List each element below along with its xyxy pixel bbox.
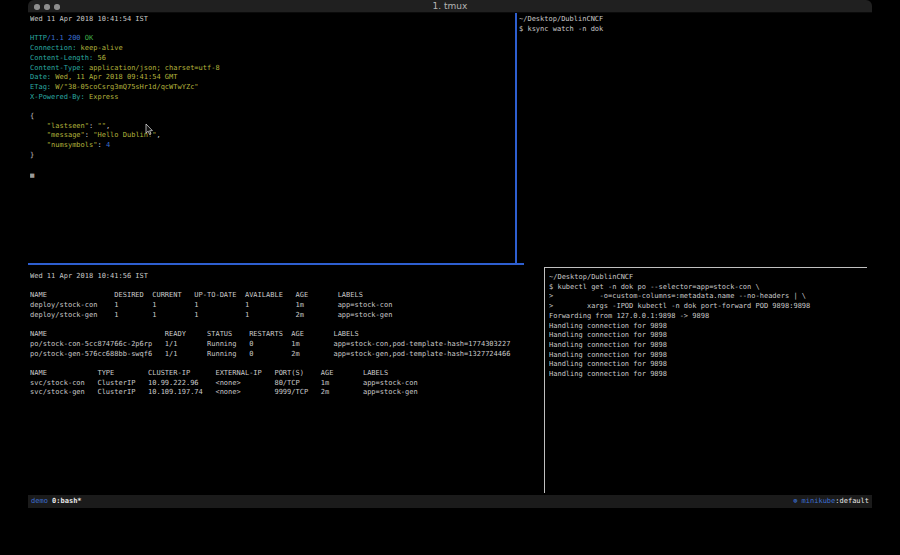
terminal-text-segment: Handling connection for 9898 <box>549 341 667 349</box>
terminal-text-segment: Wed, 11 Apr 2018 09:41:54 GMT <box>51 73 177 81</box>
terminal-text-segment: ~/Desktop/DublinCNCF <box>549 273 633 281</box>
terminal-text-segment: > -o=custom-columns=:metadata.name --no-… <box>549 292 806 300</box>
terminal-line: Content-Type: application/json; charset=… <box>30 64 515 74</box>
terminal-line: X-Powered-By: Express <box>30 93 515 103</box>
pane-divider-vertical-active[interactable] <box>515 13 517 264</box>
terminal-text-segment: NAME READY STATUS RESTARTS AGE LABELS <box>30 330 359 338</box>
terminal-line: NAME TYPE CLUSTER-IP EXTERNAL-IP PORT(S)… <box>30 369 545 379</box>
terminal-line: HTTP/1.1 200 OK <box>30 34 515 44</box>
terminal-text-segment: Express <box>85 93 119 101</box>
terminal-line: svc/stock-con ClusterIP 10.99.222.96 <no… <box>30 379 545 389</box>
terminal-text-segment: application/json; charset=utf-8 <box>85 64 220 72</box>
terminal-line: ~/Desktop/DublinCNCF <box>549 273 870 283</box>
terminal-window: 1. tmux Wed 11 Apr 2018 10:41:54 IST HTT… <box>28 0 872 509</box>
terminal-text-segment: po/stock-con-5cc874766c-2p6rp 1/1 Runnin… <box>30 340 510 348</box>
terminal-line: "lastseen": "", <box>30 122 515 132</box>
screen-background: 1. tmux Wed 11 Apr 2018 10:41:54 IST HTT… <box>0 0 900 555</box>
terminal-line: NAME DESIRED CURRENT UP-TO-DATE AVAILABL… <box>30 291 545 301</box>
terminal-text-segment: OK <box>85 34 93 42</box>
kube-context: minikube <box>797 497 835 505</box>
terminal-text-segment: ▄ <box>30 170 34 178</box>
terminal-text-segment: deploy/stock-gen 1 1 1 1 2m app=stock-ge… <box>30 311 392 319</box>
terminal-text-segment: po/stock-gen-576cc688bb-swqf6 1/1 Runnin… <box>30 350 510 358</box>
terminal-line: ETag: W/"38-05coCsrg3mQ75sHr1d/qcWTwYZc" <box>30 83 515 93</box>
pane-port-forward[interactable]: ~/Desktop/DublinCNCF$ kubectl get -n dok… <box>549 273 870 492</box>
terminal-line: "numsymbols": 4 <box>30 141 515 151</box>
terminal-text-segment: NAME TYPE CLUSTER-IP EXTERNAL-IP PORT(S)… <box>30 369 388 377</box>
terminal-text-segment: } <box>30 151 34 159</box>
terminal-line: $ kubectl get -n dok po --selector=app=s… <box>549 283 870 293</box>
session-name: demo <box>31 497 48 505</box>
terminal-text-segment: Date: <box>30 73 51 81</box>
status-left: demo 0:bash* <box>31 495 82 508</box>
terminal-text-segment: $ ksync watch -n dok <box>519 25 603 33</box>
terminal-line: ▄ <box>30 170 515 180</box>
pane-divider-horizontal[interactable] <box>545 267 867 268</box>
terminal-text-segment: Forwarding from 127.0.0.1:9898 -> 9898 <box>549 312 709 320</box>
terminal-text-segment: Handling connection for 9898 <box>549 370 667 378</box>
mouse-pointer-icon <box>145 124 153 136</box>
terminal-line: Wed 11 Apr 2018 10:41:56 IST <box>30 272 545 282</box>
terminal-line: Connection: keep-alive <box>30 44 515 54</box>
terminal-text-segment: NAME DESIRED CURRENT UP-TO-DATE AVAILABL… <box>30 291 363 299</box>
pane-http-response[interactable]: Wed 11 Apr 2018 10:41:54 IST HTTP/1.1 20… <box>30 15 515 262</box>
terminal-line: Forwarding from 127.0.0.1:9898 -> 9898 <box>549 312 870 322</box>
terminal-line: NAME READY STATUS RESTARTS AGE LABELS <box>30 330 545 340</box>
terminal-text-segment: Wed 11 Apr 2018 10:41:54 IST <box>30 15 148 23</box>
terminal-text-segment: : <box>85 131 93 139</box>
terminal-line: "message": "Hello Dublin!", <box>30 131 515 141</box>
terminal-text-segment: deploy/stock-con 1 1 1 1 1m app=stock-co… <box>30 301 392 309</box>
terminal-text-segment: svc/stock-con ClusterIP 10.99.222.96 <no… <box>30 379 418 387</box>
terminal-line <box>30 321 545 331</box>
pane-ksync[interactable]: ~/Desktop/DublinCNCF$ ksync watch -n dok <box>519 15 870 262</box>
terminal-text-segment: : <box>97 141 105 149</box>
terminal-line <box>30 102 515 112</box>
tmux-status-bar: demo 0:bash* ⊛ minikube:default <box>28 495 872 508</box>
pane-divider-vertical[interactable] <box>544 267 545 493</box>
terminal-line: Handling connection for 9898 <box>549 341 870 351</box>
terminal-text-segment: { <box>30 112 34 120</box>
terminal-line: Handling connection for 9898 <box>549 322 870 332</box>
terminal-text-segment: , <box>156 131 160 139</box>
terminal-line <box>30 25 515 35</box>
terminal-line: ~/Desktop/DublinCNCF <box>519 15 870 25</box>
pane-kubectl-get[interactable]: Wed 11 Apr 2018 10:41:56 IST NAME DESIRE… <box>30 272 545 492</box>
terminal-line <box>30 282 545 292</box>
terminal-text-segment: svc/stock-gen ClusterIP 10.109.197.74 <n… <box>30 388 418 396</box>
terminal-line: > -o=custom-columns=:metadata.name --no-… <box>549 292 870 302</box>
terminal-text-segment: $ kubectl get -n dok po --selector=app=s… <box>549 283 760 291</box>
terminal-line: $ ksync watch -n dok <box>519 25 870 35</box>
terminal-line: Handling connection for 9898 <box>549 360 870 370</box>
terminal-text-segment: Handling connection for 9898 <box>549 360 667 368</box>
terminal-line: Content-Length: 56 <box>30 54 515 64</box>
terminal-line: deploy/stock-gen 1 1 1 1 2m app=stock-ge… <box>30 311 545 321</box>
terminal-text-segment: Handling connection for 9898 <box>549 331 667 339</box>
terminal-text-segment: Connection: <box>30 44 76 52</box>
terminal-line: deploy/stock-con 1 1 1 1 1m app=stock-co… <box>30 301 545 311</box>
terminal-text-segment: , <box>106 122 110 130</box>
status-right: ⊛ minikube:default <box>793 495 869 508</box>
terminal-text-segment: X-Powered-By: <box>30 93 85 101</box>
window-title: 1. tmux <box>28 1 872 11</box>
window-list-item[interactable]: 0:bash* <box>52 497 82 505</box>
terminal-text-segment: > xargs -IPOD kubectl -n dok port-forwar… <box>549 302 810 310</box>
terminal-text-segment: HTTP <box>30 34 47 42</box>
terminal-text-segment: 56 <box>93 54 106 62</box>
terminal-line <box>30 359 545 369</box>
terminal-line <box>30 161 515 171</box>
terminal-text-segment: Content-Length: <box>30 54 93 62</box>
terminal-line: Handling connection for 9898 <box>549 370 870 380</box>
window-titlebar[interactable]: 1. tmux <box>28 0 872 13</box>
pane-divider-horizontal-active[interactable] <box>28 263 524 265</box>
terminal-text-segment: keep-alive <box>76 44 122 52</box>
terminal-text-segment: "numsymbols" <box>30 141 97 149</box>
terminal-line: svc/stock-gen ClusterIP 10.109.197.74 <n… <box>30 388 545 398</box>
terminal-line: > xargs -IPOD kubectl -n dok port-forwar… <box>549 302 870 312</box>
terminal-text-segment: "lastseen" <box>30 122 89 130</box>
terminal-text-segment: Content-Type: <box>30 64 85 72</box>
terminal-line: po/stock-con-5cc874766c-2p6rp 1/1 Runnin… <box>30 340 545 350</box>
kube-namespace: :default <box>835 497 869 505</box>
terminal-text-segment: ~/Desktop/DublinCNCF <box>519 15 603 23</box>
terminal-line: Date: Wed, 11 Apr 2018 09:41:54 GMT <box>30 73 515 83</box>
terminal-text-segment: ETag: <box>30 83 51 91</box>
